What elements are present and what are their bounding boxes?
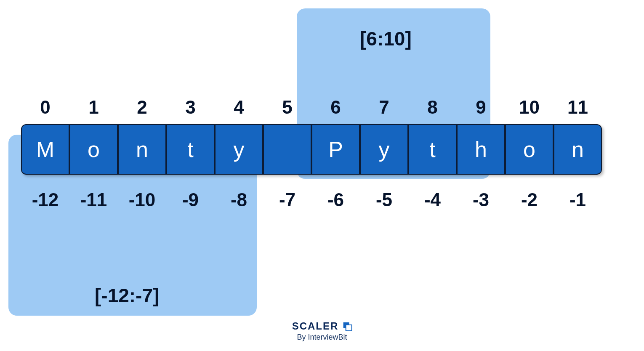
positive-index: 11 [554,97,602,118]
positive-index: 0 [21,97,69,118]
char-cell: h [457,124,505,175]
negative-index: -9 [166,189,215,210]
positive-index: 10 [505,97,554,118]
positive-index: 9 [457,97,505,118]
char-cell: y [215,124,263,175]
char-cell: o [505,124,554,175]
svg-rect-1 [346,325,351,331]
positive-index: 1 [69,97,118,118]
char-cell: M [21,124,69,175]
negative-index: -3 [457,189,505,210]
positive-index: 5 [263,97,311,118]
slice-label-negative: [-12:-7] [95,284,159,307]
scaler-logo-icon [342,321,352,331]
char-cell: y [360,124,408,175]
footer-byline: By InterviewBit [292,333,352,342]
char-cell: P [311,124,360,175]
footer: SCALER By InterviewBit [292,320,352,342]
positive-index: 6 [311,97,360,118]
positive-index: 3 [166,97,215,118]
negative-index: -1 [554,189,602,210]
char-cell [263,124,311,175]
char-cell: t [408,124,457,175]
negative-index: -8 [215,189,263,210]
negative-index: -7 [263,189,311,210]
char-cell: o [69,124,118,175]
negative-index-row: -12 -11 -10 -9 -8 -7 -6 -5 -4 -3 -2 -1 [21,189,602,210]
positive-index: 8 [408,97,457,118]
char-cell: t [166,124,215,175]
string-cells-row: M o n t y P y t h o n [21,124,602,175]
negative-index: -2 [505,189,554,210]
slice-label-positive: [6:10] [360,27,412,50]
negative-index: -4 [408,189,457,210]
footer-brand: SCALER [292,320,352,332]
char-cell: n [118,124,166,175]
positive-index: 7 [360,97,408,118]
negative-index: -5 [360,189,408,210]
positive-index: 2 [118,97,166,118]
negative-index: -10 [118,189,166,210]
negative-index: -11 [69,189,118,210]
positive-index-row: 0 1 2 3 4 5 6 7 8 9 10 11 [21,97,602,118]
brand-name: SCALER [292,320,339,332]
char-cell: n [554,124,602,175]
positive-index: 4 [215,97,263,118]
negative-index: -12 [21,189,69,210]
string-cells: M o n t y P y t h o n [21,124,602,175]
negative-index: -6 [311,189,360,210]
